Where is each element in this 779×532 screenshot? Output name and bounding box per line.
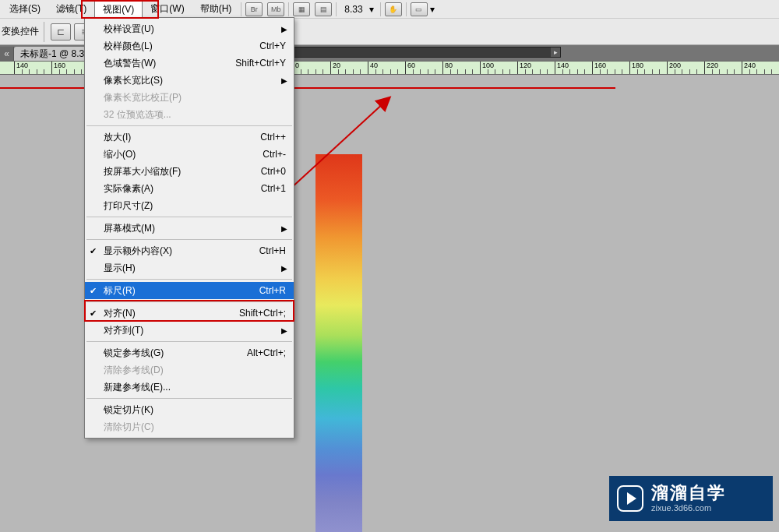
menu-item-shortcut: Ctrl++ bbox=[260, 132, 286, 143]
submenu-arrow-icon: ▶ bbox=[281, 326, 287, 335]
menu-item: 32 位预览选项... bbox=[85, 106, 294, 123]
ruler-tick-label: 20 bbox=[333, 62, 340, 69]
menu-item[interactable]: 按屏幕大小缩放(F)Ctrl+0 bbox=[85, 163, 294, 180]
zoom-level[interactable]: 8.33 bbox=[344, 4, 362, 15]
menu-filter[interactable]: 滤镜(T) bbox=[48, 0, 94, 18]
check-icon: ✔ bbox=[90, 308, 97, 319]
ruler-tick-label: 200 bbox=[669, 62, 681, 69]
menu-item-shortcut: Ctrl+H bbox=[259, 245, 286, 256]
menu-item[interactable]: 放大(I)Ctrl++ bbox=[85, 129, 294, 146]
ruler-tick-label: 140 bbox=[557, 62, 569, 69]
timeline-bar: ◂ ▸ bbox=[277, 47, 561, 58]
ruler-tick-label: 60 bbox=[407, 62, 415, 69]
watermark-title: 溜溜自学 bbox=[651, 484, 726, 502]
layout-icon-1[interactable]: ▦ bbox=[293, 2, 310, 16]
ruler-tick-label: 140 bbox=[16, 62, 28, 69]
menu-item-shortcut: Ctrl+1 bbox=[261, 183, 286, 194]
menu-item: 清除切片(C) bbox=[85, 418, 294, 435]
ruler-tick-label: 240 bbox=[744, 62, 756, 69]
menu-item[interactable]: 打印尺寸(Z) bbox=[85, 197, 294, 214]
menu-item[interactable]: ✔标尺(R)Ctrl+R bbox=[85, 282, 294, 299]
menu-item[interactable]: 校样设置(U)▶ bbox=[85, 20, 294, 37]
menubar: 选择(S) 滤镜(T) 视图(V) 窗口(W) 帮助(H) Br Mb ▦ ▤ … bbox=[0, 0, 779, 19]
menu-item-label: 色域警告(W) bbox=[104, 57, 156, 70]
ruler-tick-label: 160 bbox=[54, 62, 65, 69]
submenu-arrow-icon: ▶ bbox=[281, 224, 287, 233]
menu-item-shortcut: Shift+Ctrl+Y bbox=[235, 58, 286, 69]
menu-help[interactable]: 帮助(H) bbox=[192, 0, 240, 18]
layout-icon-2[interactable]: ▤ bbox=[315, 2, 332, 16]
menu-item-label: 锁定切片(K) bbox=[104, 403, 153, 417]
ruler-tick-label: 180 bbox=[632, 62, 643, 69]
menu-item-label: 打印尺寸(Z) bbox=[104, 199, 153, 213]
play-icon bbox=[617, 485, 643, 512]
menu-item-label: 按屏幕大小缩放(F) bbox=[104, 165, 181, 178]
hand-icon[interactable]: ✋ bbox=[385, 2, 402, 16]
menu-item: 像素长宽比校正(P) bbox=[85, 89, 294, 106]
menu-item-shortcut: Shift+Ctrl+; bbox=[239, 308, 286, 319]
menu-item[interactable]: 锁定切片(K) bbox=[85, 401, 294, 418]
ruler-tick-label: 120 bbox=[520, 62, 531, 69]
bridge-icon[interactable]: Br bbox=[245, 2, 263, 16]
menu-item-label: 标尺(R) bbox=[104, 284, 136, 298]
menu-item-label: 清除切片(C) bbox=[104, 421, 154, 434]
menu-item[interactable]: 新建参考线(E)... bbox=[85, 379, 294, 396]
mb-icon[interactable]: Mb bbox=[267, 2, 284, 16]
menu-item-label: 放大(I) bbox=[104, 131, 131, 144]
document-tab[interactable]: 未标题-1 @ 8.3 bbox=[14, 47, 90, 61]
menu-item[interactable]: 色域警告(W)Shift+Ctrl+Y bbox=[85, 55, 294, 72]
menu-item-label: 屏幕模式(M) bbox=[104, 222, 155, 235]
menu-item[interactable]: 锁定参考线(G)Alt+Ctrl+; bbox=[85, 344, 294, 361]
watermark: 溜溜自学 zixue.3d66.com bbox=[609, 476, 773, 521]
menu-item-label: 显示(H) bbox=[104, 262, 136, 275]
menu-item-label: 校样设置(U) bbox=[104, 23, 154, 36]
ruler-tick-label: 80 bbox=[445, 62, 453, 69]
view-dropdown-menu: 校样设置(U)▶校样颜色(L)Ctrl+Y色域警告(W)Shift+Ctrl+Y… bbox=[84, 17, 294, 439]
canvas-gradient-artwork bbox=[315, 154, 362, 532]
menu-view[interactable]: 视图(V) bbox=[94, 0, 143, 19]
menu-item-label: 锁定参考线(G) bbox=[104, 347, 164, 360]
menu-item[interactable]: 显示(H)▶ bbox=[85, 259, 294, 277]
tab-nav-icon[interactable]: « bbox=[0, 47, 14, 61]
menu-item[interactable]: 屏幕模式(M)▶ bbox=[85, 220, 294, 237]
menu-item-label: 缩小(O) bbox=[104, 148, 136, 161]
screen-mode-arrow-icon[interactable]: ▾ bbox=[430, 4, 435, 15]
ruler-tick-label: 0 bbox=[295, 62, 299, 69]
menu-item-shortcut: Ctrl+- bbox=[263, 149, 286, 160]
transform-controls-label: 变换控件 bbox=[2, 25, 39, 38]
align-icon-1[interactable]: ⊏ bbox=[51, 23, 71, 41]
menu-item-label: 显示额外内容(X) bbox=[104, 245, 172, 258]
submenu-arrow-icon: ▶ bbox=[281, 76, 287, 85]
menu-select[interactable]: 选择(S) bbox=[2, 0, 48, 18]
menu-item-label: 实际像素(A) bbox=[104, 182, 153, 196]
menu-item[interactable]: 实际像素(A)Ctrl+1 bbox=[85, 180, 294, 197]
submenu-arrow-icon: ▶ bbox=[281, 264, 287, 273]
menu-item[interactable]: 对齐到(T)▶ bbox=[85, 322, 294, 339]
menu-item-label: 新建参考线(E)... bbox=[104, 381, 171, 394]
ruler-tick-label: 220 bbox=[707, 62, 718, 69]
menu-item[interactable]: 像素长宽比(S)▶ bbox=[85, 72, 294, 89]
menu-item-label: 清除参考线(D) bbox=[104, 364, 164, 377]
timeline-right-icon[interactable]: ▸ bbox=[551, 48, 560, 57]
check-icon: ✔ bbox=[90, 286, 97, 296]
menu-item-label: 像素长宽比(S) bbox=[104, 74, 163, 87]
ruler-tick-label: 100 bbox=[482, 62, 494, 69]
screen-mode-icon[interactable]: ▭ bbox=[411, 2, 428, 16]
menu-item[interactable]: 校样颜色(L)Ctrl+Y bbox=[85, 37, 294, 55]
zoom-arrow-icon[interactable]: ▾ bbox=[369, 4, 374, 15]
menu-item-label: 对齐到(T) bbox=[104, 324, 143, 337]
menu-item-label: 32 位预览选项... bbox=[104, 108, 171, 122]
submenu-arrow-icon: ▶ bbox=[281, 25, 287, 33]
menu-window[interactable]: 窗口(W) bbox=[143, 0, 192, 18]
menu-item[interactable]: ✔显示额外内容(X)Ctrl+H bbox=[85, 242, 294, 259]
menu-item-label: 校样颜色(L) bbox=[104, 40, 153, 53]
menu-item-label: 像素长宽比校正(P) bbox=[104, 91, 182, 104]
menu-item-shortcut: Alt+Ctrl+; bbox=[247, 347, 286, 358]
menu-item-shortcut: Ctrl+R bbox=[259, 285, 286, 296]
menu-item[interactable]: 缩小(O)Ctrl+- bbox=[85, 146, 294, 163]
ruler-tick-label: 160 bbox=[594, 62, 606, 69]
watermark-url: zixue.3d66.com bbox=[651, 503, 726, 513]
check-icon: ✔ bbox=[90, 246, 97, 256]
menu-item[interactable]: ✔对齐(N)Shift+Ctrl+; bbox=[85, 305, 294, 322]
menu-item-shortcut: Ctrl+0 bbox=[261, 166, 286, 177]
